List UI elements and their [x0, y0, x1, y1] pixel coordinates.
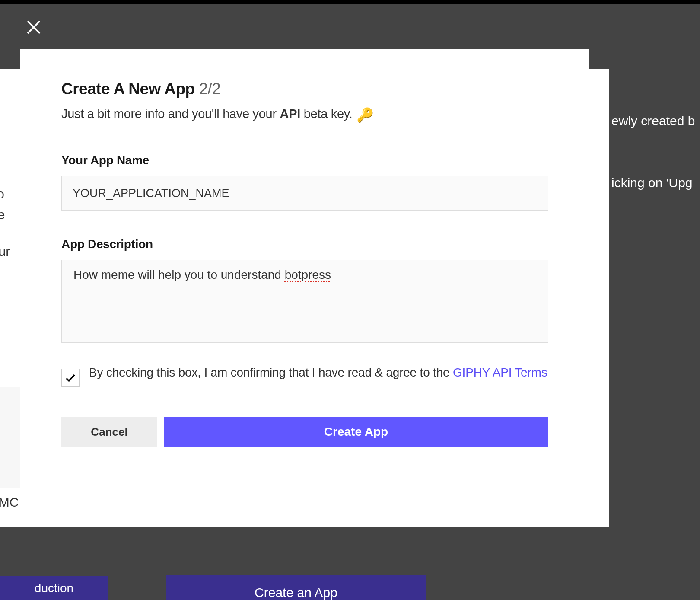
modal-button-row: Cancel Create App: [61, 417, 548, 447]
check-icon: [64, 372, 76, 384]
background-button-fragment: duction: [0, 576, 108, 600]
modal-backdrop-right: ewly created b icking on 'Upg: [609, 49, 700, 527]
modal-backdrop-bottom: duction Create an App: [0, 527, 700, 600]
terms-checkbox[interactable]: [61, 369, 80, 387]
modal-title: Create A New App 2/2: [61, 80, 548, 98]
background-text-fragment: elo be: [0, 184, 5, 225]
background-create-app-button: Create an App: [166, 575, 426, 600]
create-app-modal: Create A New App 2/2 Just a bit more inf…: [20, 49, 589, 488]
close-icon: [23, 17, 44, 38]
cancel-button[interactable]: Cancel: [61, 417, 157, 447]
app-name-input[interactable]: [61, 176, 548, 211]
app-description-label: App Description: [61, 237, 548, 251]
create-app-button[interactable]: Create App: [164, 417, 548, 447]
terms-label: By checking this box, I am confirming th…: [89, 362, 547, 383]
background-text-fragment: ewly created b: [611, 114, 695, 128]
close-button[interactable]: [22, 15, 45, 39]
app-description-input[interactable]: How meme will help you to understand bot…: [61, 260, 548, 343]
terms-checkbox-row: By checking this box, I am confirming th…: [61, 362, 548, 387]
background-text-fragment: 3MC: [0, 495, 19, 510]
background-text-fragment: icking on 'Upg: [611, 176, 693, 190]
modal-header-bar: [0, 4, 700, 49]
giphy-terms-link[interactable]: GIPHY API Terms: [453, 366, 547, 379]
background-text-fragment: our: [0, 244, 10, 259]
key-icon: 🔑: [356, 107, 374, 123]
app-name-label: Your App Name: [61, 153, 548, 167]
top-black-bar: [0, 0, 700, 4]
modal-subtitle: Just a bit more info and you'll have you…: [61, 107, 548, 123]
